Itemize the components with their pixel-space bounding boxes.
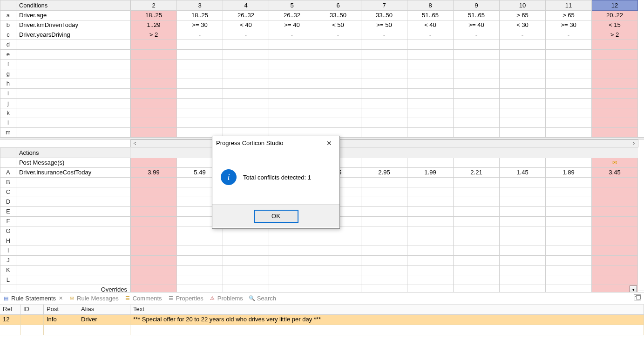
action-row-label[interactable]: D bbox=[0, 197, 16, 207]
action-cell[interactable]: 1.45 bbox=[500, 168, 546, 178]
condition-cell[interactable]: - bbox=[223, 30, 269, 40]
condition-cell[interactable] bbox=[546, 89, 592, 99]
action-cell[interactable] bbox=[407, 178, 454, 187]
ok-button[interactable]: OK bbox=[254, 210, 298, 223]
condition-cell[interactable] bbox=[546, 108, 592, 118]
action-row-label[interactable]: I bbox=[0, 246, 16, 256]
post-message-cell[interactable] bbox=[546, 158, 592, 168]
scroll-right-arrow[interactable]: > bbox=[630, 140, 638, 147]
condition-cell[interactable]: 33..50 bbox=[361, 11, 407, 20]
condition-cell[interactable] bbox=[131, 99, 177, 108]
condition-cell[interactable] bbox=[592, 40, 638, 50]
actions-data-grid[interactable]: ✉3.995.49452.951.992.211.451.893.45▾ bbox=[130, 147, 638, 295]
condition-cell[interactable]: > 65 bbox=[500, 11, 546, 20]
condition-cell[interactable]: 18..25 bbox=[131, 11, 177, 20]
action-cell[interactable] bbox=[407, 266, 454, 275]
condition-cell[interactable] bbox=[315, 99, 361, 108]
condition-cell[interactable] bbox=[500, 99, 546, 108]
action-cell[interactable] bbox=[592, 246, 638, 256]
post-message-cell[interactable] bbox=[500, 158, 546, 168]
action-cell[interactable]: 3.45 bbox=[592, 168, 638, 178]
cond-row-label[interactable]: i bbox=[0, 89, 16, 99]
condition-cell[interactable] bbox=[361, 79, 407, 89]
cond-row-label[interactable]: a bbox=[0, 11, 16, 20]
condition-name[interactable] bbox=[16, 60, 130, 69]
action-cell[interactable] bbox=[223, 246, 269, 256]
condition-cell[interactable] bbox=[454, 40, 500, 50]
condition-cell[interactable] bbox=[223, 108, 269, 118]
condition-cell[interactable]: - bbox=[177, 30, 223, 40]
condition-name[interactable] bbox=[16, 79, 130, 89]
condition-cell[interactable] bbox=[546, 50, 592, 60]
condition-cell[interactable] bbox=[500, 118, 546, 128]
condition-cell[interactable] bbox=[407, 89, 454, 99]
cond-row-label[interactable]: m bbox=[0, 128, 16, 138]
rule-column-header[interactable]: 8 bbox=[407, 0, 454, 11]
condition-cell[interactable] bbox=[315, 50, 361, 60]
action-cell[interactable] bbox=[177, 256, 223, 266]
condition-cell[interactable] bbox=[223, 69, 269, 79]
action-cell[interactable] bbox=[131, 187, 177, 197]
condition-cell[interactable] bbox=[407, 40, 454, 50]
condition-cell[interactable] bbox=[223, 118, 269, 128]
action-cell[interactable] bbox=[454, 256, 500, 266]
action-row-label[interactable]: K bbox=[0, 266, 16, 275]
action-cell[interactable] bbox=[454, 207, 500, 217]
action-name[interactable] bbox=[16, 246, 130, 256]
condition-cell[interactable] bbox=[131, 128, 177, 138]
action-cell[interactable] bbox=[131, 236, 177, 246]
action-cell[interactable]: 1.99 bbox=[407, 168, 454, 178]
condition-cell[interactable]: >= 30 bbox=[546, 20, 592, 30]
action-cell[interactable] bbox=[592, 197, 638, 207]
rule-column-header[interactable]: 3 bbox=[177, 0, 223, 11]
condition-cell[interactable] bbox=[361, 108, 407, 118]
horizontal-scrollbar[interactable]: < > bbox=[130, 140, 638, 147]
condition-cell[interactable]: 33..50 bbox=[315, 11, 361, 20]
action-cell[interactable]: 2.95 bbox=[361, 168, 407, 178]
condition-cell[interactable] bbox=[500, 128, 546, 138]
condition-cell[interactable] bbox=[546, 60, 592, 69]
action-cell[interactable] bbox=[407, 187, 454, 197]
action-cell[interactable] bbox=[361, 217, 407, 226]
condition-cell[interactable] bbox=[131, 50, 177, 60]
action-cell[interactable] bbox=[361, 236, 407, 246]
condition-cell[interactable] bbox=[500, 50, 546, 60]
action-name[interactable] bbox=[16, 256, 130, 266]
action-cell[interactable] bbox=[407, 197, 454, 207]
action-cell[interactable] bbox=[454, 226, 500, 236]
condition-cell[interactable] bbox=[500, 69, 546, 79]
action-cell[interactable] bbox=[361, 226, 407, 236]
condition-name[interactable] bbox=[16, 89, 130, 99]
condition-cell[interactable] bbox=[592, 50, 638, 60]
action-cell[interactable] bbox=[592, 217, 638, 226]
action-cell[interactable] bbox=[500, 207, 546, 217]
condition-cell[interactable]: - bbox=[315, 30, 361, 40]
action-cell[interactable] bbox=[361, 256, 407, 266]
action-cell[interactable] bbox=[407, 207, 454, 217]
post-message-cell[interactable] bbox=[407, 158, 454, 168]
condition-cell[interactable] bbox=[269, 40, 315, 50]
condition-cell[interactable]: >= 40 bbox=[454, 20, 500, 30]
condition-name[interactable]: Driver.kmDrivenToday bbox=[16, 20, 130, 30]
condition-cell[interactable] bbox=[223, 89, 269, 99]
action-cell[interactable] bbox=[315, 266, 361, 275]
action-cell[interactable] bbox=[546, 266, 592, 275]
action-cell[interactable] bbox=[546, 236, 592, 246]
condition-cell[interactable] bbox=[592, 69, 638, 79]
condition-cell[interactable] bbox=[269, 60, 315, 69]
condition-name[interactable]: Driver.yearsDriving bbox=[16, 30, 130, 40]
condition-name[interactable] bbox=[16, 118, 130, 128]
action-row-label[interactable]: H bbox=[0, 236, 16, 246]
condition-cell[interactable] bbox=[177, 108, 223, 118]
condition-cell[interactable] bbox=[269, 108, 315, 118]
condition-cell[interactable] bbox=[361, 60, 407, 69]
condition-cell[interactable] bbox=[454, 108, 500, 118]
condition-name[interactable] bbox=[16, 69, 130, 79]
action-cell[interactable] bbox=[177, 236, 223, 246]
condition-cell[interactable] bbox=[269, 69, 315, 79]
action-cell[interactable] bbox=[269, 246, 315, 256]
condition-cell[interactable] bbox=[546, 79, 592, 89]
action-cell[interactable] bbox=[223, 275, 269, 285]
condition-name[interactable] bbox=[16, 50, 130, 60]
action-cell[interactable] bbox=[546, 226, 592, 236]
